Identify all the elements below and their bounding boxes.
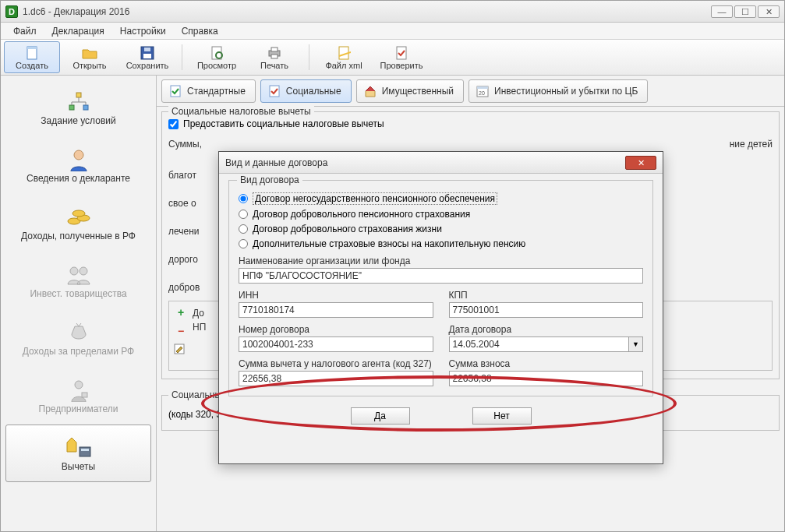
svg-rect-8 (271, 48, 278, 51)
tool-save[interactable]: Сохранить (119, 41, 175, 73)
money-bag-icon (69, 319, 89, 346)
org-label: Наименование организации или фонда (239, 255, 643, 266)
dialog-titlebar: Вид и данные договора ✕ (219, 152, 663, 174)
radio-extra-contrib[interactable]: Дополнительные страховые взносы на накоп… (239, 238, 643, 249)
yes-button[interactable]: Да (351, 407, 410, 425)
tab-standard[interactable]: Стандартные (161, 79, 256, 103)
sidebar: Задание условий Сведения о декларанте До… (1, 76, 157, 531)
tool-preview[interactable]: Просмотр (189, 41, 245, 73)
svg-rect-4 (144, 48, 150, 51)
tool-xml-label: Файл xml (325, 61, 362, 70)
new-file-icon (25, 45, 39, 61)
radio-life-insurance[interactable]: Договор добровольного страхования жизни (239, 224, 643, 234)
svg-point-19 (70, 267, 78, 275)
inn-input[interactable] (239, 302, 433, 318)
house-icon (363, 84, 377, 98)
sidebar-item-conditions[interactable]: Задание условий (5, 79, 151, 136)
save-icon (140, 45, 154, 61)
people-icon (66, 262, 91, 288)
provide-checkbox[interactable] (168, 119, 179, 129)
tab-social[interactable]: Социальные (260, 79, 352, 103)
svg-rect-9 (271, 55, 278, 58)
minimize-button[interactable]: — (711, 5, 733, 18)
calendar-icon: 20 (476, 84, 490, 98)
radio-voluntary-pension[interactable]: Договор добровольного пенсионного страхо… (239, 209, 643, 220)
conditions-icon (67, 89, 90, 115)
dialog-close-button[interactable]: ✕ (625, 156, 656, 170)
menu-help[interactable]: Справка (175, 24, 225, 38)
window-title: 1.dc6 - Декларация 2016 (23, 6, 129, 17)
separator (182, 44, 182, 70)
radio-ec-label: Дополнительные страховые взносы на накоп… (253, 238, 525, 249)
sidebar-item-declarant[interactable]: Сведения о декларанте (5, 136, 151, 194)
no-button[interactable]: Нет (472, 407, 532, 425)
coins-icon (66, 204, 91, 231)
tab-property[interactable]: Имущественный (356, 79, 464, 103)
contract-date-input[interactable] (449, 336, 630, 352)
menubar: Файл Декларация Настройки Справка (1, 23, 784, 40)
tool-check[interactable]: Проверить (373, 41, 430, 73)
tool-xml[interactable]: Файл xml (316, 41, 372, 73)
titlebar: D 1.dc6 - Декларация 2016 — ☐ ✕ (1, 1, 784, 23)
radio-ec-input[interactable] (239, 239, 248, 248)
sidebar-item-income-abroad[interactable]: Доходы за пределами РФ (5, 309, 151, 367)
org-input[interactable] (239, 268, 643, 284)
sidebar-item-invest[interactable]: Инвест. товарищества (5, 252, 151, 309)
inn-label: ИНН (239, 290, 433, 301)
contract-date-label: Дата договора (449, 324, 644, 335)
tool-create-label: Создать (16, 61, 48, 70)
menu-settings[interactable]: Настройки (114, 24, 172, 38)
menu-file[interactable]: Файл (7, 24, 43, 38)
treatment-label: лечени (168, 226, 215, 237)
tool-save-label: Сохранить (126, 61, 169, 70)
svg-rect-22 (82, 393, 87, 397)
check-icon (394, 45, 408, 61)
radio-li-input[interactable] (239, 224, 248, 234)
tab-label: Имущественный (382, 86, 454, 97)
tab-label: Стандартные (187, 86, 246, 97)
provide-label: Предоставить социальные налоговые вычеты (183, 118, 384, 129)
sidebar-label: Предприниматели (39, 403, 118, 414)
sidebar-item-income-rf[interactable]: Доходы, полученные в РФ (5, 194, 151, 252)
contract-num-label: Номер договора (239, 324, 433, 335)
kpp-input[interactable] (449, 302, 644, 318)
radio-npf-input[interactable] (239, 194, 248, 203)
tab-label: Инвестиционный и убытки по ЦБ (494, 86, 638, 97)
radio-npf[interactable]: Договор негосударственного пенсионного о… (239, 192, 643, 205)
add-button[interactable]: + (174, 306, 188, 320)
radio-vp-label: Договор добровольного пенсионного страхо… (253, 209, 470, 220)
svg-rect-24 (81, 449, 89, 451)
svg-point-18 (72, 210, 85, 217)
svg-point-20 (80, 267, 87, 275)
date-dropdown-button[interactable]: ▼ (629, 336, 643, 352)
remove-button[interactable]: − (174, 325, 188, 339)
svg-point-21 (75, 381, 83, 389)
tool-print-label: Печать (260, 61, 288, 70)
sidebar-item-entrepreneurs[interactable]: Предприниматели (5, 367, 151, 425)
children-ext-label: ние детей (710, 139, 773, 150)
tab-investment[interactable]: 20 Инвестиционный и убытки по ЦБ (469, 79, 648, 103)
agent-sum-input[interactable] (239, 371, 433, 386)
svg-rect-13 (69, 105, 74, 110)
maximize-button[interactable]: ☐ (734, 5, 756, 18)
menu-declaration[interactable]: Декларация (46, 24, 111, 38)
sidebar-label: Задание условий (41, 115, 115, 126)
preview-icon (210, 45, 224, 61)
tool-create[interactable]: Создать (4, 41, 60, 73)
edit-button[interactable] (174, 344, 188, 358)
sidebar-item-deductions[interactable]: Вычеты (5, 425, 151, 482)
contract-num-input[interactable] (239, 336, 433, 352)
svg-rect-14 (83, 105, 88, 110)
tool-open[interactable]: Открыть (62, 41, 118, 73)
tool-print[interactable]: Печать (246, 41, 302, 73)
tool-preview-label: Просмотр (197, 61, 236, 70)
radio-li-label: Договор добровольного страхования жизни (253, 224, 442, 234)
separator (309, 44, 309, 70)
svg-rect-3 (143, 54, 151, 58)
xml-file-icon (337, 45, 351, 61)
contrib-sum-input[interactable] (449, 371, 644, 386)
close-button[interactable]: ✕ (758, 5, 780, 18)
businessman-icon (69, 377, 89, 403)
radio-vp-input[interactable] (239, 210, 248, 219)
tool-check-label: Проверить (380, 61, 423, 70)
